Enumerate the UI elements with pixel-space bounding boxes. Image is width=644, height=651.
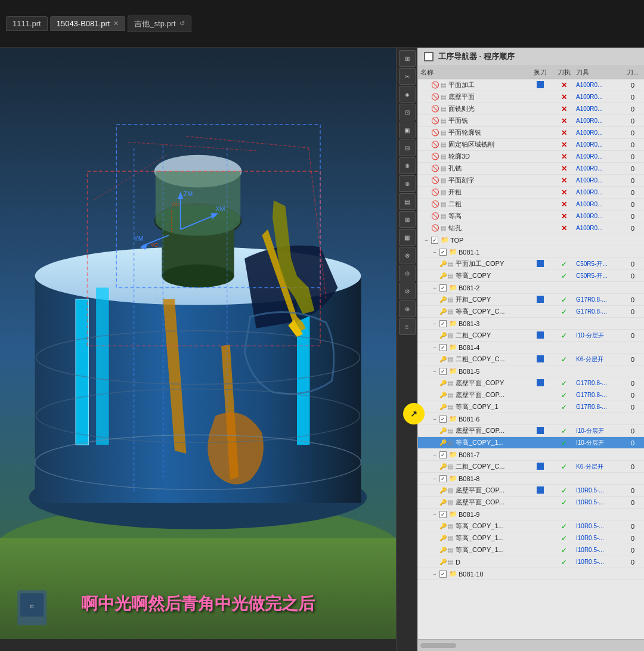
tab-jita-close[interactable]: ↺ bbox=[179, 20, 185, 27]
tree-row[interactable]: 🔑▤二粗_COPY✓I10-分层开0 bbox=[418, 330, 644, 342]
expand-icon[interactable]: − bbox=[431, 571, 438, 578]
tree-row[interactable]: −✓📁B081-8 bbox=[418, 473, 644, 485]
tree-row[interactable]: 🔑▤等高_COPY✓C50R5-开...0 bbox=[418, 270, 644, 282]
tree-row[interactable]: 🚫▤平面铣✕A100R0...0 bbox=[418, 115, 644, 127]
tree-row[interactable]: 🚫▤固定轴区域铣削✕A100R0...0 bbox=[418, 139, 644, 151]
folder-checkbox[interactable]: ✓ bbox=[431, 237, 438, 244]
tree-row[interactable]: 🔑▤D✓I10R0.5-...0 bbox=[418, 556, 644, 568]
toolbar-btn-3[interactable]: ⊡ bbox=[399, 104, 416, 120]
toolbar-btn-0[interactable]: ⊞ bbox=[399, 50, 416, 67]
tree-row[interactable]: −✓📁B081-1 bbox=[418, 246, 644, 258]
toolbar-btn-7[interactable]: ⊕ bbox=[399, 175, 416, 192]
nav-scroll-indicator[interactable] bbox=[420, 643, 456, 648]
folder-checkbox[interactable]: ✓ bbox=[439, 344, 447, 351]
toolbar-btn-11[interactable]: ⊗ bbox=[399, 247, 416, 264]
expand-icon[interactable]: − bbox=[431, 416, 438, 423]
folder-checkbox[interactable]: ✓ bbox=[439, 416, 447, 423]
toolbar-btn-12[interactable]: ⊙ bbox=[399, 265, 416, 281]
expand-icon[interactable]: − bbox=[431, 284, 438, 292]
row-label: B081-6 bbox=[459, 416, 479, 423]
col-num-value: 0 bbox=[624, 225, 642, 232]
toolbar-btn-6[interactable]: ❋ bbox=[399, 157, 416, 174]
toolbar-btn-8[interactable]: ▤ bbox=[399, 193, 416, 210]
expand-icon[interactable]: − bbox=[431, 344, 438, 351]
toolbar-btn-1[interactable]: ✂ bbox=[399, 68, 416, 85]
tree-row[interactable]: 🚫▤轮廓3D✕A100R0...0 bbox=[418, 151, 644, 163]
tree-row[interactable]: 🚫▤钻孔✕A100R0...0 bbox=[418, 222, 644, 234]
no-op-icon: 🚫 bbox=[431, 105, 439, 113]
tree-row[interactable]: 🔑▤等高_COPY_1...✓I10R0.5-...0 bbox=[418, 532, 644, 544]
tree-row[interactable]: 🔑▤开粗_COPY✓G17R0.8-...0 bbox=[418, 294, 644, 306]
op-key-icon: 🔑 bbox=[439, 499, 447, 506]
tree-row[interactable]: −✓📁B081-10 bbox=[418, 568, 644, 580]
tab-15043-close[interactable]: ✕ bbox=[113, 20, 119, 27]
tree-row[interactable]: 🔑▤等高_COPY_1...✓I10R0.5-...0 bbox=[418, 544, 644, 556]
tab-1111[interactable]: 1111.prt bbox=[6, 16, 48, 31]
tree-row[interactable]: 🔑▤等高_COPY_1...✓I10-分层开0 bbox=[418, 437, 644, 449]
tree-row[interactable]: 🔑▤等高_COPY_1✓G17R0.8-...0 bbox=[418, 401, 644, 413]
folder-checkbox[interactable]: ✓ bbox=[439, 511, 447, 518]
tab-15043[interactable]: 15043-B081.prt ✕ bbox=[50, 16, 126, 31]
tree-row[interactable]: 🔑▤二粗_COPY_C...✓K6-分层开0 bbox=[418, 354, 644, 365]
folder-checkbox[interactable]: ✓ bbox=[439, 368, 447, 375]
tree-row[interactable]: 🚫▤底壁平面✕A100R0...0 bbox=[418, 91, 644, 103]
tree-row[interactable]: 🚫▤面铣则光✕A100R0...0 bbox=[418, 103, 644, 115]
toolbar-btn-5[interactable]: ⊟ bbox=[399, 140, 416, 156]
tree-row[interactable]: 🚫▤开粗✕A100R0...0 bbox=[418, 187, 644, 199]
tree-row[interactable]: 🚫▤平面加工✕A100R0...0 bbox=[418, 79, 644, 91]
toolbar-btn-9[interactable]: ⊠ bbox=[399, 211, 416, 228]
folder-checkbox[interactable]: ✓ bbox=[439, 284, 447, 292]
op-key-icon: 🔑 bbox=[439, 392, 447, 398]
folder-checkbox[interactable]: ✓ bbox=[439, 249, 447, 256]
expand-icon[interactable]: − bbox=[431, 475, 438, 482]
tree-row[interactable]: −✓📁B081-5 bbox=[418, 365, 644, 377]
toolbar-btn-13[interactable]: ⊘ bbox=[399, 283, 416, 299]
tree-row[interactable]: 🔑▤等高_COPY_C...✓G17R0.8-...0 bbox=[418, 306, 644, 318]
tree-row[interactable]: 🚫▤孔铣✕A100R0...0 bbox=[418, 163, 644, 175]
tree-row[interactable]: 🚫▤平面刻字✕A100R0...0 bbox=[418, 175, 644, 187]
tree-row[interactable]: −✓📁B081-7 bbox=[418, 449, 644, 461]
expand-icon[interactable]: − bbox=[431, 511, 438, 518]
tree-row[interactable]: 🔑▤二粗_COPY_C...✓K6-分层开0 bbox=[418, 461, 644, 473]
toolbar-btn-15[interactable]: ≡ bbox=[399, 318, 416, 335]
op-type-icon: ▤ bbox=[441, 82, 446, 88]
folder-checkbox[interactable]: ✓ bbox=[439, 475, 447, 482]
col-num-value: 0 bbox=[624, 165, 642, 172]
tree-row[interactable]: −✓📁B081-3 bbox=[418, 318, 644, 330]
tree-row[interactable]: −✓📁B081-9 bbox=[418, 509, 644, 520]
expand-icon[interactable]: − bbox=[431, 320, 438, 327]
tree-row[interactable]: 🔑▤底壁平面_COP...✓G17R0.8-...0 bbox=[418, 389, 644, 401]
expand-icon[interactable]: − bbox=[431, 368, 438, 375]
tree-row[interactable]: −✓📁B081-4 bbox=[418, 342, 644, 354]
tree-row[interactable]: −✓📁B081-2 bbox=[418, 282, 644, 294]
tree-row[interactable]: −✓📁TOP bbox=[418, 234, 644, 246]
viewport-scrollbar[interactable] bbox=[0, 639, 396, 651]
col-num-value: 0 bbox=[624, 272, 642, 280]
tree-row[interactable]: 🚫▤等高✕A100R0...0 bbox=[418, 210, 644, 222]
svg-text:ZC: ZC bbox=[172, 201, 179, 207]
expand-icon[interactable]: − bbox=[431, 249, 438, 256]
toolbar-btn-10[interactable]: ▦ bbox=[399, 229, 416, 246]
viewport[interactable]: ZM XM ZC YM YC bbox=[0, 48, 396, 651]
no-op-icon: 🚫 bbox=[431, 212, 439, 220]
tree-row[interactable]: 🔑▤等高_COPY_1...✓I10R0.5-...0 bbox=[418, 520, 644, 532]
tree-row[interactable]: 🔑▤底壁平面_COP...✓I10R0.5-...0 bbox=[418, 485, 644, 497]
tree-row[interactable]: −✓📁B081-6 bbox=[418, 413, 644, 425]
folder-checkbox[interactable]: ✓ bbox=[439, 320, 447, 327]
tree-row[interactable]: 🚫▤二粗✕A100R0...0 bbox=[418, 199, 644, 210]
tree-row[interactable]: 🔑▤平面加工_COPY✓C50R5-开...0 bbox=[418, 258, 644, 270]
folder-checkbox[interactable]: ✓ bbox=[439, 451, 447, 458]
expand-icon[interactable]: − bbox=[431, 451, 438, 458]
toolbar-btn-14[interactable]: ⊛ bbox=[399, 300, 416, 317]
toolbar-btn-2[interactable]: ◈ bbox=[399, 86, 416, 103]
nav-tree[interactable]: 🚫▤平面加工✕A100R0...0🚫▤底壁平面✕A100R0...0🚫▤面铣则光… bbox=[418, 79, 644, 639]
tree-row[interactable]: 🔑▤底壁平面_COP...✓I10-分层开0 bbox=[418, 425, 644, 437]
no-op-icon: 🚫 bbox=[431, 224, 439, 232]
tree-row[interactable]: 🚫▤平面轮廓铣✕A100R0...0 bbox=[418, 127, 644, 139]
expand-icon[interactable]: − bbox=[423, 237, 430, 244]
toolbar-btn-4[interactable]: ▣ bbox=[399, 122, 416, 138]
tab-jita[interactable]: 吉他_stp.prt ↺ bbox=[128, 16, 191, 32]
tree-row[interactable]: 🔑▤底壁平面_COP...✓I10R0.5-...0 bbox=[418, 497, 644, 509]
tree-row[interactable]: 🔑▤底壁平面_COPY✓G17R0.8-...0 bbox=[418, 377, 644, 389]
folder-checkbox[interactable]: ✓ bbox=[439, 571, 447, 578]
